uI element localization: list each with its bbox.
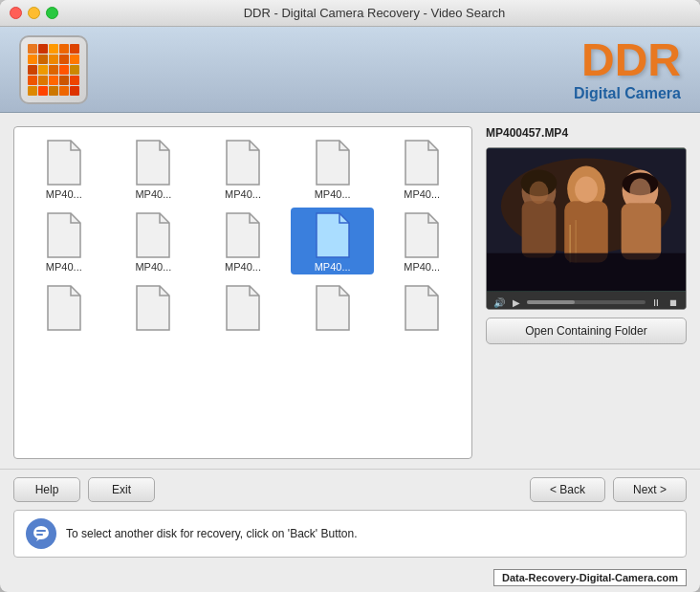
file-item[interactable]: MP40... xyxy=(201,208,285,274)
svg-rect-15 xyxy=(487,253,686,292)
file-icon xyxy=(223,284,263,332)
progress-bar[interactable] xyxy=(527,300,645,304)
file-icon xyxy=(223,139,263,186)
preview-filename: MP400457.MP4 xyxy=(486,126,687,140)
logo-cell xyxy=(59,44,69,54)
logo-cell xyxy=(38,44,48,54)
file-item[interactable]: MP40... xyxy=(201,135,285,202)
file-item[interactable] xyxy=(112,280,196,336)
file-item[interactable]: MP40... xyxy=(380,135,464,202)
brand-area: DDR Digital Camera xyxy=(574,37,681,102)
logo-cell xyxy=(38,55,48,64)
logo-cell xyxy=(28,44,37,54)
logo-cell xyxy=(49,44,58,54)
file-label: MP40... xyxy=(24,188,104,200)
main-content: MP40... MP40... MP40... MP40... MP40... … xyxy=(0,113,700,469)
file-icon xyxy=(313,139,353,186)
file-item[interactable]: MP40... xyxy=(291,135,375,202)
logo-cell xyxy=(49,55,58,64)
play-button[interactable]: ▶ xyxy=(510,296,523,309)
logo-cell xyxy=(70,44,79,54)
logo-cell xyxy=(38,76,48,85)
file-icon xyxy=(44,211,84,259)
logo-cell xyxy=(38,86,48,96)
file-icon xyxy=(402,211,442,259)
next-button[interactable]: Next > xyxy=(613,477,687,502)
back-button[interactable]: < Back xyxy=(530,477,605,502)
minimize-button[interactable] xyxy=(28,7,40,19)
logo-cell xyxy=(59,76,69,85)
file-icon xyxy=(313,284,353,332)
watermark: Data-Recovery-Digital-Camera.com xyxy=(0,567,700,592)
file-icon xyxy=(133,211,173,259)
file-item[interactable]: MP40... xyxy=(112,208,196,274)
right-panel: MP400457.MP4 xyxy=(486,126,687,459)
svg-point-14 xyxy=(630,178,651,203)
close-button[interactable] xyxy=(10,7,22,19)
preview-svg xyxy=(487,148,686,292)
file-item[interactable] xyxy=(201,280,285,336)
logo-cell xyxy=(59,86,69,96)
logo-cell xyxy=(70,86,79,96)
svg-rect-3 xyxy=(522,201,557,257)
file-label: MP40... xyxy=(382,261,462,273)
logo-cell xyxy=(70,55,79,64)
app-window: DDR - Digital Camera Recovery - Video Se… xyxy=(0,0,700,592)
app-header: DDR Digital Camera xyxy=(0,27,700,113)
exit-button[interactable]: Exit xyxy=(88,477,155,502)
file-label: MP40... xyxy=(293,261,373,273)
logo-cell xyxy=(49,86,58,96)
stop-button[interactable]: ⏹ xyxy=(667,296,680,309)
logo-cell xyxy=(38,65,48,75)
logo-cell xyxy=(59,65,69,75)
file-icon xyxy=(313,211,353,259)
open-folder-button[interactable]: Open Containing Folder xyxy=(486,318,687,344)
svg-point-16 xyxy=(33,526,49,539)
logo-cell xyxy=(28,65,37,75)
file-item[interactable]: MP40... xyxy=(22,135,106,202)
app-logo xyxy=(19,35,88,104)
file-label: MP40... xyxy=(382,188,462,200)
status-icon xyxy=(26,518,56,549)
volume-icon[interactable]: 🔊 xyxy=(492,296,506,309)
file-item[interactable]: MP40... xyxy=(380,208,464,274)
file-item[interactable] xyxy=(22,280,106,336)
status-bar: To select another disk for recovery, cli… xyxy=(13,510,687,558)
svg-rect-19 xyxy=(36,534,43,536)
file-grid-container[interactable]: MP40... MP40... MP40... MP40... MP40... … xyxy=(13,126,472,459)
pause-button[interactable]: ⏸ xyxy=(649,296,663,309)
file-item[interactable] xyxy=(380,280,464,336)
file-icon xyxy=(133,284,173,332)
logo-cell xyxy=(70,65,79,75)
svg-point-12 xyxy=(575,176,598,203)
logo-cell xyxy=(28,86,37,96)
brand-subtitle: Digital Camera xyxy=(574,85,681,102)
brand-title: DDR xyxy=(574,37,681,83)
logo-cell xyxy=(49,76,58,85)
file-item[interactable] xyxy=(291,280,375,336)
window-title: DDR - Digital Camera Recovery - Video Se… xyxy=(58,6,690,20)
traffic-lights xyxy=(10,7,58,19)
file-label: MP40... xyxy=(24,261,104,273)
file-item[interactable]: MP40... xyxy=(112,135,196,202)
title-bar: DDR - Digital Camera Recovery - Video Se… xyxy=(0,0,700,27)
file-label: MP40... xyxy=(203,261,283,273)
preview-controls: 🔊 ▶ ⏸ ⏹ xyxy=(487,292,686,310)
watermark-text: Data-Recovery-Digital-Camera.com xyxy=(493,569,687,586)
file-icon xyxy=(402,284,442,332)
file-item[interactable]: MP40... xyxy=(291,208,375,274)
logo-cell xyxy=(28,55,37,64)
logo-cell xyxy=(59,55,69,64)
logo-cell xyxy=(28,76,37,85)
logo-cell xyxy=(70,76,79,85)
svg-point-13 xyxy=(530,181,549,204)
help-button[interactable]: Help xyxy=(13,477,80,502)
maximize-button[interactable] xyxy=(46,7,58,19)
file-label: MP40... xyxy=(203,188,283,200)
svg-rect-18 xyxy=(36,530,46,532)
file-label: MP40... xyxy=(293,188,373,200)
file-icon xyxy=(223,211,263,259)
logo-grid xyxy=(28,44,79,96)
file-item[interactable]: MP40... xyxy=(22,208,106,274)
file-label: MP40... xyxy=(114,188,194,200)
